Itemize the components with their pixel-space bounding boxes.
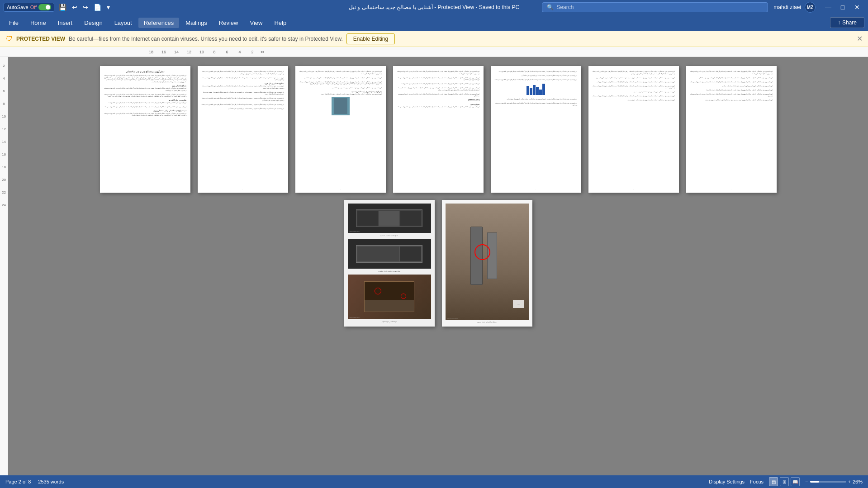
redo-icon[interactable]: ↪: [81, 3, 90, 12]
page-9-dot: ·: [442, 322, 532, 325]
page-6-content: لورم ایپسوم متن ساختگی با تولید سادگی نا…: [588, 66, 679, 193]
page-1-content: نقش آرون، و مصالح چپ و چپ ساختمانی لورم …: [100, 66, 190, 193]
page-6-dot: ·: [588, 189, 679, 191]
menu-view[interactable]: View: [244, 18, 268, 28]
undo-icon[interactable]: ↩: [70, 3, 79, 12]
pages-row-1: نقش آرون، و مصالح چپ و چپ ساختمانی لورم …: [17, 66, 859, 193]
page-9-main-image: search www.haghish-hegar.ir: [446, 204, 529, 320]
menu-review[interactable]: Review: [213, 18, 244, 28]
page-9-content: search www.haghish-hegar.ir مصالح ساختما…: [442, 200, 532, 327]
page-2-content: لورم ایپسوم متن ساختگی با تولید سادگی نا…: [198, 66, 288, 193]
user-info: mahdi ziaei MZ: [773, 2, 816, 13]
search-input[interactable]: [556, 4, 763, 10]
maximize-button[interactable]: □: [835, 0, 850, 14]
share-label: Share: [842, 19, 857, 26]
zoom-slider[interactable]: [810, 481, 846, 483]
page-4-content: لورم ایپسوم متن ساختگی با تولید سادگی نا…: [393, 66, 484, 193]
left-ruler-mark-12: 12: [0, 123, 8, 135]
page-7-dot: ·: [686, 189, 777, 191]
page-9[interactable]: search www.haghish-hegar.ir مصالح ساختما…: [442, 200, 532, 327]
left-ruler-mark-22: 22: [0, 186, 8, 199]
search-bar[interactable]: 🔍: [542, 2, 768, 12]
page-info: Page 2 of 8: [5, 479, 31, 484]
left-ruler-mark-14: 14: [0, 135, 8, 148]
close-bar-icon[interactable]: ✕: [857, 34, 863, 43]
menu-file[interactable]: File: [4, 18, 24, 28]
page-1-text: لورم ایپسوم متن ساختگی با تولید سادگی نا…: [104, 75, 187, 116]
ruler-mark-8: 8: [208, 50, 221, 54]
view-buttons: ▤ ⊞ 📖: [769, 477, 800, 486]
status-right: Display Settings Focus ▤ ⊞ 📖 − + 26%: [709, 477, 863, 486]
page-1-title: نقش آرون، و مصالح چپ و چپ ساختمانی: [104, 71, 187, 73]
page-8[interactable]: www.haghish-hegar.ir شکل دهنده مقایسه - …: [344, 200, 435, 327]
page-6[interactable]: لورم ایپسوم متن ساختگی با تولید سادگی نا…: [588, 66, 679, 193]
page-3-dot: ·: [295, 189, 386, 191]
display-settings-button[interactable]: Display Settings: [709, 479, 745, 484]
menu-insert[interactable]: Insert: [52, 18, 78, 28]
left-ruler-mark-20: 20: [0, 173, 8, 186]
menu-help[interactable]: Help: [269, 18, 292, 28]
avatar[interactable]: MZ: [805, 2, 816, 13]
page-6-text: لورم ایپسوم متن ساختگی با تولید سادگی نا…: [592, 71, 675, 101]
close-button[interactable]: ✕: [850, 0, 864, 14]
page-8-img3: www.haghish-hegar.ir: [348, 275, 431, 319]
page-7-text: لورم ایپسوم متن ساختگی با تولید سادگی نا…: [690, 71, 773, 101]
autosave-label: AutoSave: [7, 5, 28, 10]
menu-layout[interactable]: Layout: [109, 18, 138, 28]
menu-bar: File Home Insert Design Layout Reference…: [0, 14, 868, 31]
search-icon: 🔍: [547, 4, 554, 10]
page-4[interactable]: لورم ایپسوم متن ساختگی با تولید سادگی نا…: [393, 66, 484, 193]
ruler-numbers: 18 16 14 12 10 8 6 4 2: [145, 50, 259, 54]
page-7[interactable]: لورم ایپسوم متن ساختگی با تولید سادگی نا…: [686, 66, 777, 193]
left-ruler-mark-8: 8: [0, 97, 8, 110]
title-bar-left: AutoSave Off 💾 ↩ ↪ 📄 ▾: [4, 3, 112, 12]
menu-mailings[interactable]: Mailings: [180, 18, 213, 28]
minimize-button[interactable]: —: [821, 0, 835, 14]
shield-icon: 🛡: [5, 35, 13, 43]
page-5[interactable]: لورم ایپسوم متن ساختگی با تولید سادگی نا…: [491, 66, 581, 193]
menu-home[interactable]: Home: [25, 18, 52, 28]
autosave-toggle[interactable]: [38, 4, 51, 10]
page-7-content: لورم ایپسوم متن ساختگی با تولید سادگی نا…: [686, 66, 777, 193]
menu-references[interactable]: References: [138, 18, 179, 28]
autosave-badge[interactable]: AutoSave Off: [4, 3, 54, 12]
document-title: آشنایی با مصالح جدید ساختمانی و نیل - Pr…: [349, 4, 519, 10]
page-8-dot: ·: [344, 322, 435, 325]
page-3[interactable]: لورم ایپسوم متن ساختگی با تولید سادگی نا…: [295, 66, 386, 193]
page-1[interactable]: نقش آرون، و مصالح چپ و چپ ساختمانی لورم …: [100, 66, 190, 193]
page-8-caption1: شکل دهنده مقایسه - عملکرد: [348, 235, 431, 237]
protected-view-bar: 🛡 PROTECTED VIEW Be careful—files from t…: [0, 31, 868, 47]
page-3-content: لورم ایپسوم متن ساختگی با تولید سادگی نا…: [295, 66, 386, 193]
read-view-button[interactable]: 📖: [791, 477, 800, 486]
quick-access-toolbar: 💾 ↩ ↪ 📄 ▾: [57, 3, 112, 12]
ruler-mark-6: 6: [221, 50, 233, 54]
page-8-img2: www.haghish-hegar.ir: [348, 239, 431, 268]
ruler-mark-4: 4: [233, 50, 246, 54]
ruler-arrow: ⇔: [261, 49, 264, 54]
page-4-text: لورم ایپسوم متن ساختگی با تولید سادگی نا…: [397, 71, 480, 108]
zoom-out-button[interactable]: −: [805, 479, 808, 484]
menu-design[interactable]: Design: [79, 18, 108, 28]
page-1-dot: ·: [100, 189, 190, 191]
ruler-mark-18: 18: [145, 50, 157, 54]
page-8-caption2: شکل دهنده مقایسه - ابزار عملکردی: [348, 270, 431, 273]
ruler-mark-12: 12: [183, 50, 195, 54]
document-content: نقش آرون، و مصالح چپ و چپ ساختمانی لورم …: [8, 57, 868, 475]
save-icon[interactable]: 💾: [57, 3, 68, 12]
web-view-button[interactable]: ⊞: [780, 477, 789, 486]
zoom-bar: − + 26%: [805, 479, 863, 484]
page-8-img1: www.haghish-hegar.ir: [348, 204, 431, 233]
page-2[interactable]: لورم ایپسوم متن ساختگی با تولید سادگی نا…: [198, 66, 288, 193]
zoom-level: 26%: [853, 479, 863, 484]
enable-editing-button[interactable]: Enable Editing: [346, 33, 395, 44]
protected-message: Be careful—files from the Internet can c…: [69, 36, 343, 42]
page-5-content: لورم ایپسوم متن ساختگی با تولید سادگی نا…: [491, 66, 581, 193]
left-ruler-mark-10: 10: [0, 110, 8, 123]
share-button[interactable]: ↑ Share: [830, 17, 864, 28]
customize-icon[interactable]: ▾: [105, 3, 112, 12]
page-3-text: لورم ایپسوم متن ساختگی با تولید سادگی نا…: [299, 71, 382, 115]
focus-button[interactable]: Focus: [750, 479, 764, 484]
print-view-button[interactable]: ▤: [769, 477, 778, 486]
new-doc-icon[interactable]: 📄: [92, 3, 103, 12]
zoom-in-button[interactable]: +: [848, 479, 851, 484]
